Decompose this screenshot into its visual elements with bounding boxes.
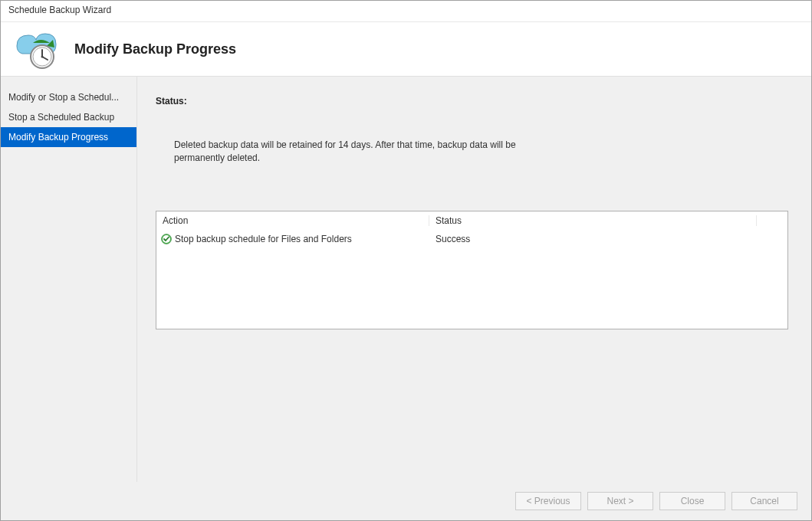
table-row: Stop backup schedule for Files and Folde… [156, 231, 787, 247]
success-check-icon [161, 234, 172, 244]
sidebar-item-stop-scheduled[interactable]: Stop a Scheduled Backup [1, 107, 136, 127]
cell-action: Stop backup schedule for Files and Folde… [156, 234, 429, 244]
wizard-steps-sidebar: Modify or Stop a Schedul... Stop a Sched… [1, 77, 137, 482]
status-label: Status: [156, 96, 788, 106]
table-header-row: Action Status [156, 211, 787, 231]
backup-clock-icon [13, 29, 59, 69]
svg-point-4 [41, 56, 44, 58]
status-description: Deleted backup data will be retained for… [174, 139, 557, 165]
action-text: Stop backup schedule for Files and Folde… [175, 234, 352, 244]
close-button[interactable]: Close [659, 492, 725, 510]
wizard-header: Modify Backup Progress [1, 22, 811, 76]
window-title: Schedule Backup Wizard [1, 1, 811, 22]
previous-button[interactable]: < Previous [515, 492, 581, 510]
cell-status: Success [429, 234, 787, 244]
sidebar-item-modify-or-stop[interactable]: Modify or Stop a Schedul... [1, 87, 136, 107]
progress-table: Action Status Stop backup schedule for F… [156, 211, 788, 329]
content-panel: Status: Deleted backup data will be reta… [137, 77, 811, 482]
column-header-action[interactable]: Action [156, 215, 429, 226]
next-button[interactable]: Next > [587, 492, 653, 510]
sidebar-item-modify-progress[interactable]: Modify Backup Progress [1, 127, 136, 147]
wizard-footer: < Previous Next > Close Cancel [1, 482, 811, 520]
cancel-button[interactable]: Cancel [731, 492, 797, 510]
page-title: Modify Backup Progress [74, 41, 236, 57]
column-header-status[interactable]: Status [429, 215, 757, 226]
